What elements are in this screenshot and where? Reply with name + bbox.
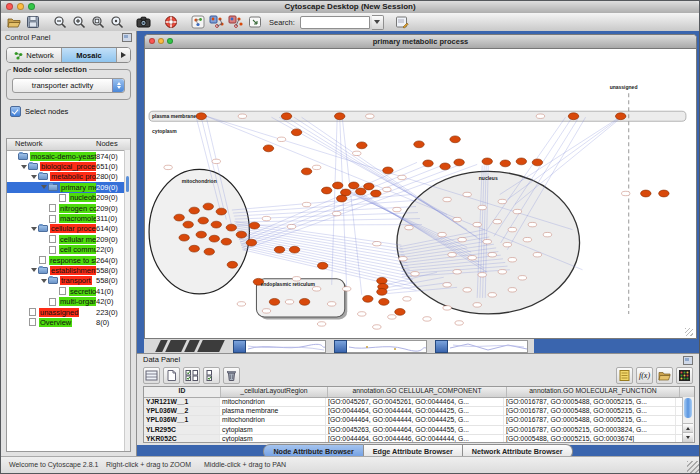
network-node-selected[interactable] [349, 182, 359, 189]
help-lifering-icon[interactable] [162, 14, 179, 30]
network-node-selected[interactable] [249, 222, 259, 229]
network-node[interactable] [237, 302, 245, 306]
network-node[interactable] [453, 270, 461, 274]
network-node[interactable] [302, 202, 310, 206]
network-node-selected[interactable] [179, 234, 189, 241]
network-node-selected[interactable] [371, 190, 381, 197]
network-node-selected[interactable] [198, 217, 208, 224]
minimized-window-3[interactable] [435, 340, 528, 353]
tree-row[interactable]: mosaic-demo-yeast874(0) [7, 151, 130, 161]
network-node-selected[interactable] [291, 129, 301, 136]
network-window-titlebar[interactable]: primary metabolic process [145, 35, 696, 49]
annotation-icon[interactable] [246, 14, 263, 30]
network-node[interactable] [405, 225, 413, 229]
attribute-list-icon[interactable] [616, 367, 633, 384]
network-minimize-button[interactable] [158, 38, 164, 44]
network-node[interactable] [473, 303, 481, 307]
network-node-selected[interactable] [269, 298, 279, 305]
network-node[interactable] [393, 207, 401, 211]
region-plasma-membrane[interactable] [149, 111, 686, 121]
network-canvas[interactable]: plasma membranecytoplasmmitochondrionnuc… [145, 49, 694, 337]
network-node[interactable] [508, 258, 516, 262]
network-node[interactable] [533, 253, 541, 257]
network-node-selected[interactable] [174, 214, 184, 221]
network-node[interactable] [478, 205, 486, 209]
network-node[interactable] [343, 287, 351, 291]
tab-network[interactable]: Network [7, 48, 62, 62]
network-node-selected[interactable] [440, 163, 450, 170]
network-node[interactable] [262, 309, 270, 313]
network-node[interactable] [508, 288, 516, 292]
tree-row[interactable]: secretion41(0) [7, 286, 130, 296]
table-scrollbar[interactable] [682, 397, 694, 442]
network-node[interactable] [503, 242, 511, 246]
select-nodes-checkbox[interactable] [10, 106, 21, 117]
unselect-attributes-icon[interactable] [203, 367, 220, 384]
snapshot-icon[interactable] [135, 14, 152, 30]
tree-row[interactable]: macromolecule311(0) [7, 213, 130, 223]
network-node[interactable] [513, 209, 521, 213]
network-node-selected[interactable] [332, 182, 342, 189]
expander-icon[interactable] [39, 279, 48, 283]
network-node-selected[interactable] [226, 224, 236, 231]
function-builder-icon[interactable]: f(x) [636, 367, 653, 384]
network-node[interactable] [622, 191, 630, 195]
network-node-selected[interactable] [568, 113, 578, 120]
network-node[interactable] [455, 321, 463, 325]
network-node-selected[interactable] [500, 160, 510, 167]
network-node[interactable] [373, 241, 381, 245]
tree-row[interactable]: establishment of lo558(0) [7, 265, 130, 275]
network-node-selected[interactable] [395, 309, 405, 316]
network-node-selected[interactable] [450, 136, 460, 143]
network-node[interactable] [518, 276, 526, 280]
network-node[interactable] [332, 211, 340, 215]
save-session-icon[interactable] [24, 14, 41, 30]
expander-icon[interactable] [29, 268, 38, 272]
network-node-selected[interactable] [203, 203, 213, 210]
network-node-selected[interactable] [189, 207, 199, 214]
table-scrollbar-thumb[interactable] [684, 398, 692, 418]
tree-row[interactable]: unassigned223(0) [7, 307, 130, 317]
tree-row[interactable]: biological_process651(0) [7, 161, 130, 171]
network-node[interactable] [238, 114, 246, 118]
search-dropdown-button[interactable] [372, 15, 384, 30]
network-node-selected[interactable] [227, 261, 237, 268]
vizmapper-edges-icon[interactable] [227, 14, 244, 30]
network-node-selected[interactable] [189, 245, 199, 252]
network-node-selected[interactable] [274, 246, 284, 253]
network-node[interactable] [358, 312, 366, 316]
network-node[interactable] [483, 239, 491, 243]
network-node-selected[interactable] [356, 188, 366, 195]
expander-icon[interactable] [29, 175, 38, 179]
network-node-selected[interactable] [357, 142, 367, 149]
network-node[interactable] [543, 232, 551, 236]
network-node[interactable] [443, 283, 451, 287]
network-node[interactable] [463, 192, 471, 196]
network-node-selected[interactable] [335, 113, 345, 120]
network-node[interactable] [411, 272, 419, 276]
tree-row[interactable]: nucleobase-co209(0) [7, 193, 130, 203]
network-node-selected[interactable] [221, 238, 231, 245]
tree-row[interactable]: cellular metabol209(0) [7, 234, 130, 244]
network-node[interactable] [287, 224, 295, 228]
zoom-out-icon[interactable] [51, 14, 68, 30]
network-view-window[interactable]: primary metabolic process plasma membran… [144, 34, 697, 339]
network-node[interactable] [528, 222, 536, 226]
network-node[interactable] [262, 216, 270, 220]
select-attributes-icon[interactable] [183, 367, 200, 384]
network-node-selected[interactable] [414, 141, 424, 148]
network-node[interactable] [285, 300, 293, 304]
network-node-selected[interactable] [337, 195, 347, 202]
scroll-down-button[interactable] [683, 432, 693, 442]
network-node[interactable] [463, 288, 471, 292]
tree-row[interactable]: transport558(0) [7, 276, 130, 286]
network-node[interactable] [373, 325, 381, 329]
network-node-selected[interactable] [383, 167, 393, 174]
network-node-selected[interactable] [236, 231, 246, 238]
network-node-selected[interactable] [379, 298, 389, 305]
attribute-table-icon[interactable] [143, 367, 160, 384]
network-node[interactable] [399, 257, 407, 261]
import-attributes-icon[interactable] [656, 367, 673, 384]
network-node[interactable] [473, 222, 481, 226]
expander-icon[interactable] [39, 185, 48, 189]
